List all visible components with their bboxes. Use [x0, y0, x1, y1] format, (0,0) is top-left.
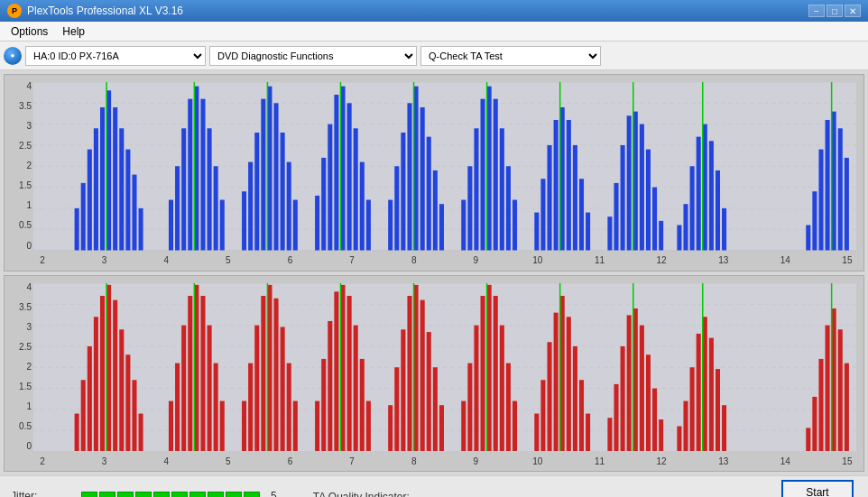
svg-rect-68 — [506, 166, 511, 250]
function-select[interactable]: DVD Diagnostic Functions — [209, 46, 417, 66]
svg-rect-79 — [586, 213, 590, 251]
svg-rect-146 — [287, 363, 291, 451]
svg-rect-21 — [169, 200, 173, 251]
svg-rect-172 — [481, 295, 485, 451]
minimize-button[interactable]: − — [808, 5, 825, 17]
svg-rect-145 — [281, 327, 285, 451]
svg-rect-120 — [94, 317, 98, 451]
jitter-bar-3 — [117, 492, 134, 497]
svg-rect-22 — [175, 166, 180, 250]
device-select[interactable]: HA:0 ID:0 PX-716A — [25, 46, 206, 66]
svg-rect-141 — [254, 325, 259, 451]
svg-rect-32 — [248, 162, 253, 251]
ta-quality-label: TA Quality Indicator: — [313, 491, 410, 497]
svg-rect-139 — [242, 400, 246, 451]
svg-rect-176 — [506, 363, 511, 451]
svg-rect-179 — [534, 413, 539, 451]
svg-rect-39 — [293, 200, 298, 251]
svg-rect-167 — [439, 405, 444, 451]
window-title: PlexTools Professional XL V3.16 — [27, 5, 808, 17]
jitter-bar-7 — [189, 492, 206, 497]
svg-rect-83 — [621, 145, 625, 251]
svg-rect-125 — [125, 354, 130, 451]
svg-rect-157 — [366, 400, 371, 451]
jitter-value: 5 — [271, 490, 277, 497]
svg-rect-101 — [812, 191, 817, 250]
start-button[interactable]: Start — [781, 480, 854, 497]
jitter-label: Jitter: — [11, 490, 74, 497]
svg-rect-94 — [697, 137, 701, 251]
svg-rect-59 — [439, 204, 444, 250]
svg-rect-160 — [394, 367, 399, 451]
window-controls: − □ ✕ — [808, 5, 861, 17]
maximize-button[interactable]: □ — [826, 5, 843, 17]
svg-rect-132 — [188, 295, 192, 451]
jitter-bar-5 — [153, 492, 170, 497]
svg-rect-156 — [360, 358, 365, 451]
main-area: 4 3.5 3 2.5 2 1.5 1 0.5 0 — [0, 70, 868, 475]
svg-rect-185 — [573, 345, 577, 451]
svg-rect-151 — [328, 320, 332, 451]
svg-rect-26 — [200, 99, 205, 251]
svg-rect-24 — [188, 99, 192, 251]
bottom-chart-panel: 4 3.5 3 2.5 2 1.5 1 0.5 0 — [4, 275, 864, 473]
svg-rect-135 — [208, 325, 212, 451]
svg-rect-205 — [716, 369, 720, 451]
svg-rect-180 — [540, 380, 545, 451]
app-icon: P — [7, 4, 22, 18]
svg-rect-211 — [826, 325, 830, 451]
toolbar: ● HA:0 ID:0 PX-716A DVD Diagnostic Funct… — [0, 41, 868, 70]
svg-rect-196 — [652, 388, 657, 451]
svg-rect-57 — [427, 137, 431, 251]
svg-rect-169 — [461, 400, 466, 451]
svg-rect-184 — [567, 317, 571, 451]
svg-rect-51 — [388, 200, 392, 251]
svg-rect-47 — [354, 128, 358, 250]
menu-help[interactable]: Help — [55, 23, 92, 40]
svg-rect-130 — [175, 363, 180, 451]
jitter-bar-2 — [99, 492, 115, 497]
svg-rect-126 — [132, 380, 136, 451]
svg-rect-102 — [818, 150, 823, 251]
svg-rect-74 — [554, 120, 559, 251]
svg-rect-34 — [261, 99, 265, 251]
svg-rect-15 — [113, 107, 117, 251]
titlebar: P PlexTools Professional XL V3.16 − □ ✕ — [0, 0, 868, 22]
svg-rect-72 — [540, 179, 545, 250]
svg-rect-186 — [579, 380, 584, 451]
test-select[interactable]: Q-Check TA Test — [420, 46, 601, 66]
svg-rect-44 — [334, 95, 338, 251]
svg-rect-174 — [494, 295, 498, 451]
svg-rect-175 — [500, 325, 504, 451]
svg-rect-187 — [586, 413, 590, 451]
svg-rect-36 — [274, 103, 279, 250]
svg-rect-28 — [214, 166, 218, 250]
top-chart-y-axis: 4 3.5 3 2.5 2 1.5 1 0.5 0 — [5, 82, 33, 251]
svg-rect-127 — [139, 413, 143, 451]
svg-rect-162 — [407, 295, 411, 451]
svg-rect-106 — [845, 158, 849, 251]
svg-rect-117 — [75, 413, 79, 451]
svg-rect-65 — [487, 87, 492, 251]
svg-rect-121 — [100, 295, 105, 451]
svg-rect-165 — [427, 332, 431, 451]
svg-rect-199 — [677, 426, 681, 451]
jitter-bar-9 — [226, 492, 242, 497]
svg-rect-62 — [467, 166, 472, 250]
bottom-chart-area — [33, 283, 856, 452]
close-button[interactable]: ✕ — [845, 5, 861, 17]
svg-rect-18 — [132, 175, 136, 251]
svg-rect-29 — [220, 200, 225, 251]
svg-rect-166 — [433, 367, 438, 451]
svg-rect-37 — [281, 133, 285, 251]
svg-rect-164 — [420, 299, 425, 451]
svg-rect-52 — [394, 166, 399, 250]
svg-rect-190 — [614, 383, 618, 451]
svg-rect-82 — [614, 183, 618, 251]
svg-rect-43 — [328, 124, 332, 251]
svg-rect-191 — [621, 345, 625, 451]
svg-rect-16 — [119, 128, 124, 250]
svg-rect-73 — [547, 145, 551, 251]
menu-options[interactable]: Options — [4, 23, 55, 40]
svg-rect-96 — [709, 141, 714, 250]
